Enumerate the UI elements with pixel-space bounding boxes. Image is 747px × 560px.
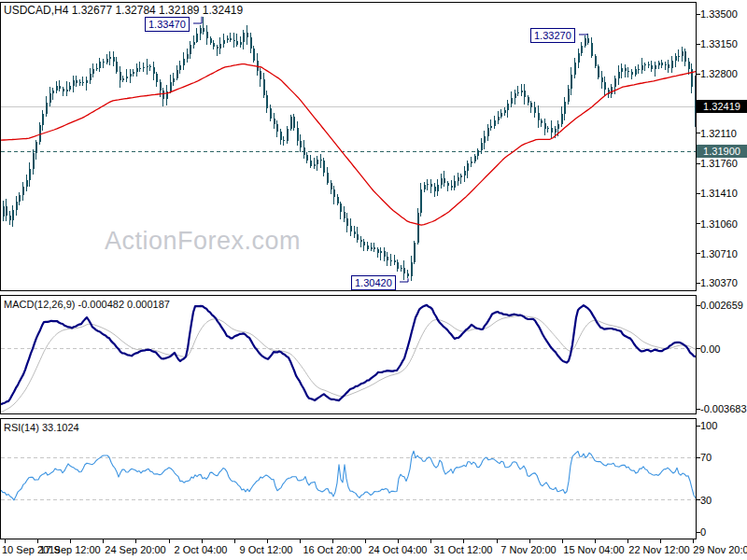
macd-tick-label: -0.003683 [700, 404, 747, 414]
support-level-label: 1.31900 [697, 145, 747, 158]
macd-indicator-header: MACD(12,26,9) -0.000482 0.000187 [4, 299, 170, 310]
price-tick-label: 1.31410 [700, 189, 738, 199]
rsi-tick-label: 0 [700, 527, 706, 538]
time-tick-label: 2 Oct 04:00 [175, 545, 228, 555]
macd-tick-label: 0.00 [700, 344, 720, 355]
rsi-indicator-header: RSI(14) 33.1024 [4, 422, 79, 433]
price-tick-label: 1.31760 [700, 159, 738, 169]
current-price-label: 1.32419 [697, 100, 747, 113]
time-tick-label: 24 Sep 20:00 [105, 545, 165, 555]
watermark: ActionForex.com [105, 227, 301, 256]
price-tick-label: 1.32110 [700, 129, 737, 139]
time-tick-label: 31 Oct 12:00 [434, 545, 493, 555]
price-callout-label: 1.33270 [530, 28, 575, 43]
price-tick-label: 1.33150 [700, 39, 738, 49]
time-tick-label: 22 Nov 12:00 [628, 545, 689, 555]
rsi-tick-label: 100 [700, 421, 717, 431]
rsi-tick-label: 70 [700, 453, 712, 463]
price-callout-label: 1.30420 [351, 275, 396, 290]
time-tick-label: 9 Oct 12:00 [240, 545, 293, 555]
price-callout-label: 1.33470 [145, 17, 190, 32]
trading-chart-window: USDCAD,H4 1.32677 1.32784 1.32189 1.3241… [0, 0, 747, 560]
rsi-tick-label: 30 [700, 496, 712, 506]
price-tick-label: 1.30370 [700, 278, 738, 288]
time-tick-label: 29 Nov 20:00 [693, 545, 747, 555]
time-tick-label: 16 Oct 20:00 [303, 545, 362, 555]
price-tick-label: 1.33500 [700, 9, 738, 20]
time-tick-label: 24 Oct 04:00 [369, 545, 428, 555]
symbol-ohlc-header: USDCAD,H4 1.32677 1.32784 1.32189 1.3241… [4, 4, 243, 17]
time-tick-label: 17 Sep 12:00 [39, 545, 100, 555]
time-tick-label: 7 Nov 20:00 [500, 545, 556, 555]
price-tick-label: 1.32800 [700, 69, 738, 79]
price-tick-label: 1.30710 [700, 249, 738, 259]
price-axis[interactable]: 1.335001.331501.328001.321101.317601.314… [697, 0, 747, 539]
macd-tick-label: 0.002659 [700, 301, 743, 311]
price-tick-label: 1.31060 [700, 219, 738, 230]
time-tick-label: 15 Nov 04:00 [563, 545, 624, 555]
time-axis[interactable]: 10 Sep 201917 Sep 12:0024 Sep 20:002 Oct… [0, 539, 747, 560]
